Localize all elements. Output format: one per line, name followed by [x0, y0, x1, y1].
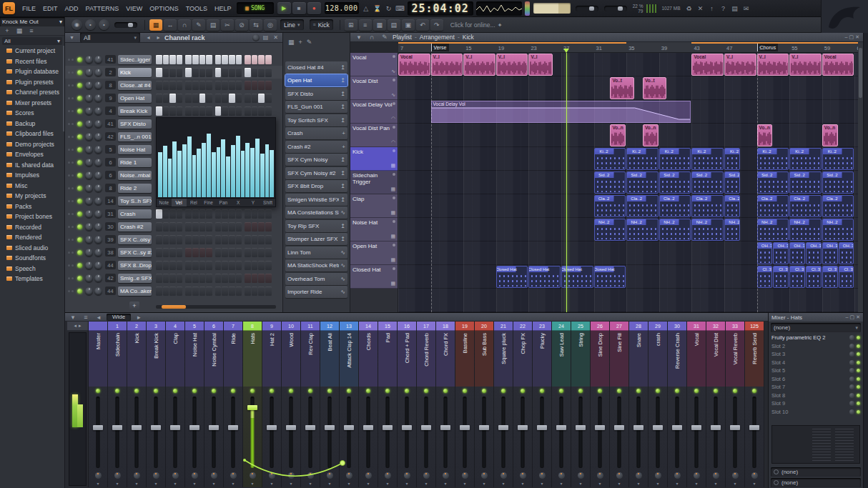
menu-patterns[interactable]: PATTERNS — [82, 3, 123, 14]
playlist-track-header[interactable]: Vocal Delay Vol◠ — [350, 100, 398, 124]
strip-mute-led[interactable] — [694, 389, 699, 393]
step-cell[interactable] — [192, 287, 199, 296]
menu-add[interactable]: ADD — [61, 3, 82, 14]
step-cell[interactable] — [177, 274, 183, 283]
step-cell[interactable] — [169, 209, 176, 219]
audio-clip[interactable]: Vocal — [691, 54, 724, 76]
audio-clip[interactable]: Vo..t — [610, 77, 633, 99]
step-cell[interactable] — [265, 209, 272, 219]
close-icon[interactable]: ✕ — [272, 34, 280, 41]
browser-window-button[interactable]: ▣ — [402, 19, 415, 31]
fader-handle[interactable] — [286, 425, 296, 430]
rack-scrollbar-handle[interactable] — [162, 305, 186, 309]
drag-tool-button[interactable]: ↔ — [164, 19, 177, 31]
step-cell[interactable] — [177, 235, 183, 244]
step-cell[interactable] — [192, 235, 199, 244]
step-cell[interactable] — [192, 261, 199, 270]
audio-clip[interactable]: V..l — [757, 54, 789, 76]
mixer-strip-name[interactable]: Bassline — [455, 331, 474, 387]
channel-pan-knob[interactable] — [85, 56, 93, 64]
mixer-strip[interactable]: 31Vocal▾ — [687, 322, 706, 487]
step-cell[interactable] — [229, 68, 235, 77]
typing-keyboard-icon[interactable]: ⌨ — [395, 3, 406, 14]
slot-mix-knob[interactable] — [849, 393, 854, 398]
pattern-clip[interactable]: Closed Hat — [528, 266, 561, 288]
graph-bar[interactable] — [212, 152, 216, 197]
strip-route-arrow[interactable]: ▾ — [579, 480, 581, 487]
step-cell[interactable] — [215, 209, 222, 219]
strip-mute-led[interactable] — [173, 389, 177, 393]
strip-fader[interactable] — [108, 394, 127, 471]
mixer-strip-name[interactable]: Hats — [243, 331, 262, 387]
step-cell[interactable] — [236, 81, 242, 90]
audio-clip[interactable]: Vocal — [398, 54, 430, 76]
graph-bar[interactable] — [187, 136, 192, 197]
playlist-track-header[interactable]: Sidechain Trigger▦ — [350, 171, 398, 194]
channel-pan-knob[interactable] — [85, 236, 93, 244]
mixer-strip[interactable]: 23Plucky▾ — [533, 322, 552, 487]
strip-mute-led[interactable] — [192, 389, 197, 393]
strip-fader[interactable] — [378, 394, 397, 471]
browser-item[interactable]: Demo projects — [0, 139, 63, 150]
channel-button[interactable]: SFX C..sy #2 — [118, 248, 152, 257]
menu-help[interactable]: HELP — [211, 3, 235, 14]
channel-volume-knob[interactable] — [94, 210, 102, 218]
close-icon[interactable]: ✕ — [856, 314, 860, 320]
channel-button[interactable]: Ride 2 — [118, 184, 152, 193]
step-cell[interactable] — [206, 94, 212, 103]
step-cell[interactable] — [215, 68, 222, 77]
step-cell[interactable] — [236, 248, 242, 257]
channel-volume-knob[interactable] — [94, 197, 102, 205]
channel-volume-knob[interactable] — [94, 56, 102, 64]
channel-pan-knob[interactable] — [85, 69, 93, 76]
channel-button[interactable]: Close..at #4 — [118, 81, 152, 90]
browser-item[interactable]: Current project — [0, 46, 63, 56]
strip-mute-led[interactable] — [752, 389, 756, 393]
channel-mute-led[interactable] — [77, 147, 82, 152]
strip-fader[interactable] — [204, 394, 223, 471]
strip-mute-led[interactable] — [463, 389, 467, 393]
fader-handle[interactable] — [209, 425, 219, 430]
channel-button[interactable]: SFX C..oisy — [118, 235, 152, 244]
strip-pan-knob[interactable] — [655, 472, 661, 479]
strip-fader[interactable] — [745, 394, 764, 471]
close-icon[interactable]: ✕ — [855, 34, 859, 40]
mixer-strip-number[interactable]: 18 — [436, 322, 455, 331]
graph-tab-note[interactable]: Note — [157, 199, 172, 206]
step-cell[interactable] — [258, 106, 265, 116]
step-cell[interactable] — [156, 209, 162, 219]
step-cell[interactable] — [222, 222, 228, 231]
fader-handle[interactable] — [170, 425, 180, 430]
graph-bar[interactable] — [202, 143, 206, 197]
graph-bar[interactable] — [265, 144, 270, 197]
browser-item[interactable]: Scores — [0, 108, 63, 119]
fader-handle[interactable] — [460, 425, 470, 430]
step-cell[interactable] — [192, 81, 199, 90]
step-cell[interactable] — [258, 261, 265, 270]
strip-mute-led[interactable] — [559, 389, 563, 393]
strip-mute-led[interactable] — [482, 389, 486, 393]
overdub-icon[interactable]: ◉ — [71, 19, 82, 30]
fader-handle[interactable] — [402, 425, 412, 430]
effect-slot[interactable]: Slot 9 — [769, 399, 863, 408]
step-cell[interactable] — [206, 274, 212, 283]
mixer-strip-number[interactable]: 5 — [185, 322, 204, 331]
step-cell[interactable] — [215, 274, 222, 283]
step-cell[interactable] — [265, 274, 272, 283]
strip-pan-knob[interactable] — [674, 472, 681, 479]
graph-bar[interactable] — [260, 154, 265, 197]
fader-handle[interactable] — [440, 425, 450, 430]
mixer-strip-number[interactable] — [89, 322, 107, 331]
channel-button[interactable]: Toy S..h SFX — [118, 196, 152, 206]
mixer-strip-number[interactable]: 22 — [513, 322, 532, 331]
effect-slot[interactable]: Slot 8 — [769, 392, 863, 400]
picker-item[interactable]: Open Hat↥ — [285, 74, 347, 86]
paint-tool-button[interactable]: ▤ — [207, 19, 220, 31]
pattern-clip[interactable]: Sid..2 — [822, 171, 854, 194]
mixer-strip-name[interactable]: Sidechain — [108, 331, 127, 387]
picker-item[interactable]: Smigen Whistle SFX↥ — [285, 194, 347, 206]
channel-mute-led[interactable] — [77, 70, 82, 75]
graph-bar[interactable] — [221, 139, 225, 197]
step-cell[interactable] — [185, 222, 192, 231]
step-cell[interactable] — [258, 222, 265, 231]
